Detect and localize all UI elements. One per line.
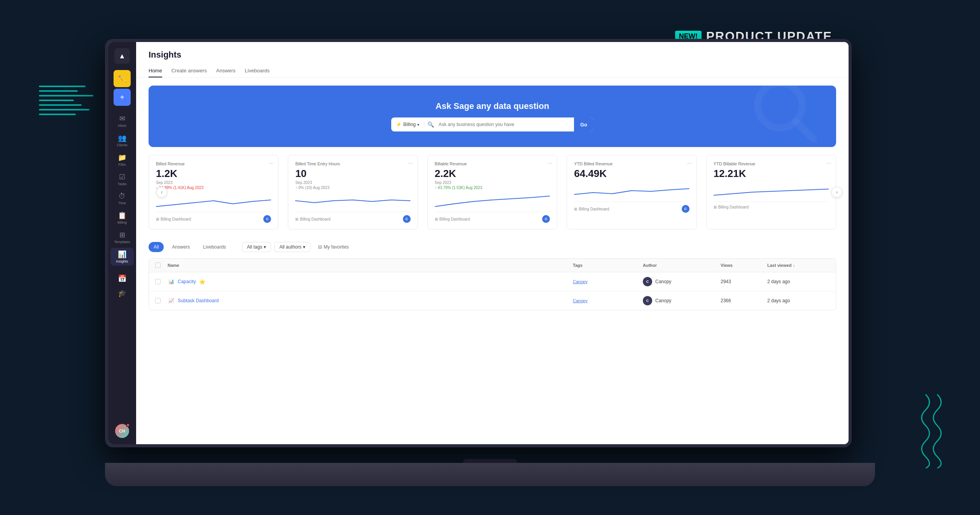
tab-create-answers[interactable]: Create answers xyxy=(172,65,207,77)
filter-authors-dropdown[interactable]: All authors ▾ xyxy=(274,242,310,252)
row-1-views: 2366 xyxy=(721,298,767,303)
metric-chart-0 xyxy=(156,193,271,208)
app-logo[interactable]: ▲ xyxy=(114,48,130,64)
row-1-tag-link[interactable]: Canopy xyxy=(573,298,588,303)
sort-arrow-last-viewed: ↓ xyxy=(793,263,795,268)
row-0-type-icon: 📊 xyxy=(168,278,175,285)
metric-footer-label-2: ⊞ Billing Dashboard xyxy=(435,217,470,221)
user-avatar[interactable]: CH xyxy=(115,424,129,438)
sidebar-item-calendar[interactable]: 📅 xyxy=(110,272,134,285)
dashboard-icon-1: ⊞ xyxy=(295,217,298,221)
hero-go-button[interactable]: Go xyxy=(574,117,593,131)
row-0-star-icon[interactable]: ⭐ xyxy=(199,279,205,285)
row-0-author-avatar: C xyxy=(643,277,652,286)
sidebar-icon-yellow[interactable]: ✏️ xyxy=(114,70,131,87)
sidebar-add-button[interactable]: + xyxy=(114,89,131,106)
metric-value-2: 2.2K xyxy=(435,168,550,180)
row-0-author-name: Canopy xyxy=(655,279,671,284)
row-1-name-cell: 📈 Subtask Dashboard xyxy=(168,297,573,304)
metric-title-2: Billable Revenue xyxy=(435,161,550,166)
sidebar-item-templates[interactable]: ⊞ Templates xyxy=(110,228,134,246)
row-1-author-name: Canopy xyxy=(655,298,671,303)
metric-footer-4: ⊞ Billing Dashboard xyxy=(714,201,829,209)
hero-title: Ask Sage any data question xyxy=(436,101,549,111)
table-header: Name Tags Author Views Last viewed ↓ xyxy=(149,259,836,272)
row-0-author: C Canopy xyxy=(643,277,721,286)
tab-liveboards[interactable]: Liveboards xyxy=(245,65,270,77)
metric-more-4[interactable]: ··· xyxy=(826,160,831,166)
sidebar-item-label-insights: Insights xyxy=(116,259,128,263)
row-checkbox-1 xyxy=(155,298,168,303)
sidebar-item-insights[interactable]: 📊 Insights xyxy=(110,248,134,266)
metric-chart-3 xyxy=(574,183,689,198)
sidebar-item-label-templates: Templates xyxy=(114,240,130,244)
sidebar-item-files[interactable]: 📁 Files xyxy=(110,151,134,169)
row-0-tag-link[interactable]: Canopy xyxy=(573,279,588,284)
calendar-icon: 📅 xyxy=(118,274,126,283)
metric-more-3[interactable]: ··· xyxy=(687,160,692,166)
filter-tab-all[interactable]: All xyxy=(149,242,164,252)
files-icon: 📁 xyxy=(118,153,126,162)
metric-footer-1: ⊞ Billing Dashboard C xyxy=(295,212,410,223)
metric-title-1: Billed Time Entry Hours xyxy=(295,161,410,166)
laptop-base xyxy=(105,463,875,486)
sidebar-item-billing[interactable]: 📋 Billing xyxy=(110,209,134,227)
sidebar: ▲ ✏️ + ✉ Inbox 👥 Clients 📁 xyxy=(108,42,136,444)
time-icon: ⏱ xyxy=(119,192,126,200)
app-layout: ▲ ✏️ + ✉ Inbox 👥 Clients 📁 xyxy=(108,42,849,444)
metric-footer-0: ⊞ Billing Dashboard C xyxy=(156,212,271,223)
row-0-name-link[interactable]: Capacity xyxy=(178,279,196,284)
sidebar-item-label-inbox: Inbox xyxy=(118,124,126,128)
row-1-tags: Canopy xyxy=(573,298,643,303)
row-0-tags: Canopy xyxy=(573,279,643,284)
metric-card-ytd-billable: YTD Billable Revenue ··· 12.21K ⊞ xyxy=(706,155,836,229)
row-1-type-icon: 📈 xyxy=(168,297,175,304)
filter-favorites-button[interactable]: ⊟ My favorites xyxy=(313,242,354,252)
filter-tab-liveboards[interactable]: Liveboards xyxy=(198,242,231,252)
table-header-last-viewed: Last viewed ↓ xyxy=(767,263,830,268)
sidebar-item-time[interactable]: ⏱ Time xyxy=(110,190,134,207)
filter-tags-dropdown[interactable]: All tags ▾ xyxy=(242,242,271,252)
header-checkbox[interactable] xyxy=(155,263,161,268)
metric-footer-label-0: ⊞ Billing Dashboard xyxy=(156,217,191,221)
metric-chart-2 xyxy=(435,193,550,208)
row-1-name-link[interactable]: Subtask Dashboard xyxy=(178,298,219,303)
clients-icon: 👥 xyxy=(118,134,126,142)
metric-card-billed-time: Billed Time Entry Hours ··· 10 Sep 2023 … xyxy=(288,155,418,229)
row-1-author: C Canopy xyxy=(643,296,721,305)
svg-line-1 xyxy=(796,122,814,139)
metric-card-billed-revenue: Billed Revenue ··· 1.2K Sep 2023 ↓ 14.89… xyxy=(149,155,278,229)
squiggle-decoration xyxy=(918,391,949,468)
tab-answers[interactable]: Answers xyxy=(216,65,236,77)
metric-footer-3: ⊞ Billing Dashboard C xyxy=(574,201,689,213)
metric-author-icon-2: C xyxy=(542,215,550,223)
metrics-next-button[interactable]: › xyxy=(831,187,842,198)
hero-search-bar[interactable]: ⚡ Billing ▾ 🔍 Go xyxy=(391,117,593,131)
notification-badge xyxy=(126,423,130,427)
sidebar-item-clients[interactable]: 👥 Clients xyxy=(110,131,134,149)
tab-home[interactable]: Home xyxy=(149,65,162,77)
sidebar-item-label-billing: Billing xyxy=(117,221,127,224)
table-row: 📈 Subtask Dashboard Canopy C Canopy xyxy=(149,291,836,310)
row-0-last-viewed: 2 days ago xyxy=(767,279,830,284)
metrics-prev-button[interactable]: ‹ xyxy=(156,187,167,198)
metric-more-1[interactable]: ··· xyxy=(408,160,413,166)
insights-icon: 📊 xyxy=(118,250,126,259)
sidebar-item-label-clients: Clients xyxy=(117,143,128,147)
metric-more-2[interactable]: ··· xyxy=(548,160,553,166)
hero-search-input[interactable] xyxy=(434,122,574,127)
sidebar-item-learning[interactable]: 🎓 xyxy=(110,287,134,300)
filter-tab-answers[interactable]: Answers xyxy=(167,242,195,252)
sidebar-item-inbox[interactable]: ✉ Inbox xyxy=(110,112,134,130)
page-title: Insights xyxy=(149,50,836,60)
dashboard-icon-0: ⊞ xyxy=(156,217,159,221)
row-0-checkbox[interactable] xyxy=(155,279,161,284)
metric-more-0[interactable]: ··· xyxy=(269,160,274,166)
sidebar-item-tasks[interactable]: ☑ Tasks xyxy=(110,170,134,188)
filter-bar: All Answers Liveboards All tags ▾ All au… xyxy=(136,236,849,258)
search-context-selector[interactable]: ⚡ Billing ▾ xyxy=(391,122,424,127)
metric-value-4: 12.21K xyxy=(714,168,829,180)
table-header-checkbox xyxy=(155,263,168,268)
table-header-name: Name xyxy=(168,263,573,268)
row-1-checkbox[interactable] xyxy=(155,298,161,303)
